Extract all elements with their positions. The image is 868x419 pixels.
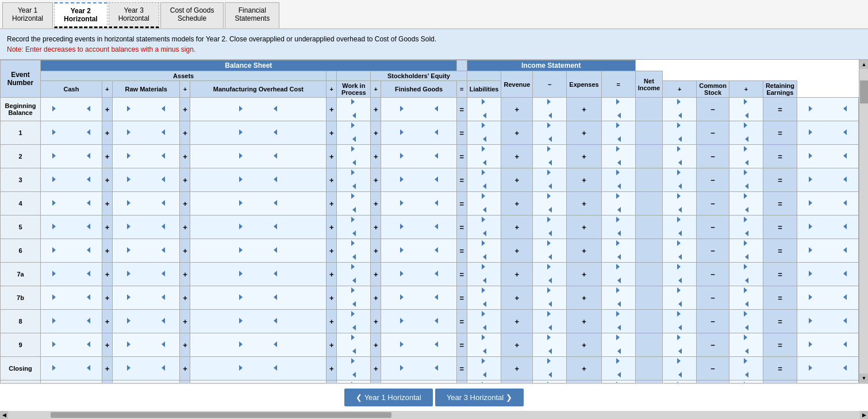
input-cell-row1-col2[interactable] [112,121,179,145]
cell-input[interactable] [604,318,633,325]
input-cell-row4-col6[interactable] [337,192,371,216]
cell-input[interactable] [244,247,272,254]
cell-input[interactable] [604,224,633,230]
input-cell-row8-col6[interactable] [337,286,371,310]
input-cell-row1-col8[interactable] [381,121,456,145]
cell-input[interactable] [470,247,498,254]
cell-input[interactable] [535,365,564,372]
input-cell-row11-col16[interactable] [663,357,697,380]
cell-input[interactable] [57,294,86,301]
h-scroll-track[interactable] [8,412,860,418]
cell-input[interactable] [132,318,160,325]
cell-input[interactable] [57,224,86,230]
cell-input[interactable] [405,129,433,136]
cell-input[interactable] [132,176,160,183]
input-cell-row11-col12[interactable] [533,357,567,380]
input-cell-row12-col18[interactable] [729,380,763,383]
cell-input[interactable] [405,224,433,230]
cell-input[interactable] [339,318,368,325]
input-cell-row10-col10[interactable] [467,333,501,357]
input-cell-row6-col18[interactable] [729,239,763,263]
cell-input[interactable] [535,247,564,254]
input-cell-row1-col10[interactable] [467,121,501,145]
input-cell-row8-col2[interactable] [112,286,179,310]
cell-input[interactable] [405,153,433,160]
cell-input[interactable] [405,247,433,254]
cell-input[interactable] [604,176,633,183]
input-cell-row7-col6[interactable] [337,263,371,286]
cell-input[interactable] [339,341,368,348]
cell-input[interactable] [604,247,633,254]
input-cell-row12-col4[interactable] [190,380,327,383]
cell-input[interactable] [339,294,368,301]
cell-input[interactable] [470,341,498,348]
cell-input[interactable] [405,318,433,325]
input-cell-row6-col8[interactable] [381,239,456,263]
input-cell-row9-col6[interactable] [337,310,371,333]
cell-input[interactable] [813,341,842,348]
input-cell-row0-col20[interactable] [797,98,859,121]
cell-input[interactable] [132,341,160,348]
input-cell-row2-col18[interactable] [729,145,763,168]
input-cell-row7-col10[interactable] [467,263,501,286]
input-cell-row7-col18[interactable] [729,263,763,286]
cell-input[interactable] [132,200,160,207]
input-cell-row1-col14[interactable] [601,121,635,145]
input-cell-row9-col20[interactable] [797,310,859,333]
input-cell-row11-col4[interactable] [190,357,327,380]
input-cell-row0-col16[interactable] [663,98,697,121]
cell-input[interactable] [665,106,694,113]
input-cell-row4-col14[interactable] [601,192,635,216]
input-cell-row9-col0[interactable] [41,310,102,333]
cell-input[interactable] [57,129,86,136]
cell-input[interactable] [535,294,564,301]
cell-input[interactable] [813,176,842,183]
input-cell-row5-col18[interactable] [729,216,763,239]
input-cell-row0-col18[interactable] [729,98,763,121]
cell-input[interactable] [604,129,633,136]
input-cell-row0-col14[interactable] [601,98,635,121]
cell-input[interactable] [535,341,564,348]
cell-input[interactable] [470,365,498,372]
cell-input[interactable] [470,106,498,113]
cell-input[interactable] [405,176,433,183]
cell-input[interactable] [813,365,842,372]
input-cell-row1-col16[interactable] [663,121,697,145]
input-cell-row5-col20[interactable] [797,216,859,239]
input-cell-row11-col10[interactable] [467,357,501,380]
input-cell-row3-col16[interactable] [663,168,697,192]
cell-input[interactable] [665,341,694,348]
tab-financial-statements[interactable]: FinancialStatements [225,2,279,28]
input-cell-row8-col12[interactable] [533,286,567,310]
input-cell-row0-col4[interactable] [190,98,327,121]
input-cell-row4-col8[interactable] [381,192,456,216]
tab-year2-horizontal[interactable]: Year 2Horizontal [54,2,107,28]
cell-input[interactable] [732,176,761,183]
input-cell-row10-col0[interactable] [41,333,102,357]
input-cell-row6-col14[interactable] [601,239,635,263]
input-cell-row12-col0[interactable] [41,380,102,383]
input-cell-row9-col10[interactable] [467,310,501,333]
cell-input[interactable] [132,247,160,254]
input-cell-row8-col18[interactable] [729,286,763,310]
input-cell-row4-col16[interactable] [663,192,697,216]
cell-input[interactable] [244,271,272,278]
input-cell-row3-col20[interactable] [797,168,859,192]
input-cell-row7-col8[interactable] [381,263,456,286]
cell-input[interactable] [339,106,368,113]
scroll-left-button[interactable]: ◀ [0,411,8,419]
cell-input[interactable] [132,365,160,372]
cell-input[interactable] [665,176,694,183]
input-cell-row6-col0[interactable] [41,239,102,263]
input-cell-row5-col12[interactable] [533,216,567,239]
tab-cost-of-goods[interactable]: Cost of GoodsSchedule [160,2,224,28]
cell-input[interactable] [665,365,694,372]
input-cell-row9-col16[interactable] [663,310,697,333]
cell-input[interactable] [132,129,160,136]
cell-input[interactable] [604,341,633,348]
input-cell-row2-col4[interactable] [190,145,327,168]
input-cell-row8-col4[interactable] [190,286,327,310]
input-cell-row12-col8[interactable] [381,380,456,383]
cell-input[interactable] [405,271,433,278]
input-cell-row2-col10[interactable] [467,145,501,168]
